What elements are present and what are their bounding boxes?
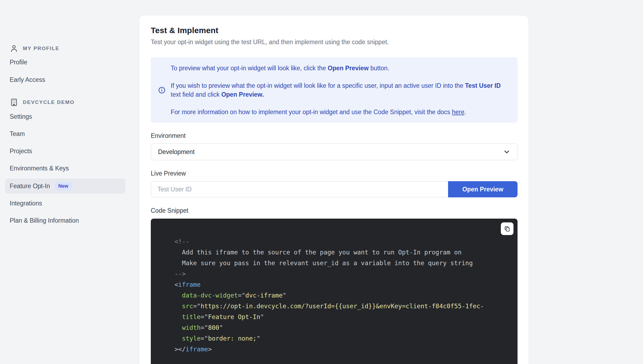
code-line: width="800" xyxy=(174,322,518,333)
code-line: --> xyxy=(174,268,518,279)
info-text-segment: Open Preview. xyxy=(221,91,264,98)
sidebar-section-my-profile: MY PROFILE xyxy=(5,43,125,54)
sidebar: MY PROFILE Profile Early Access DEVCYCLE… xyxy=(0,0,135,364)
info-text-segment: To preview what your opt-in widget will … xyxy=(171,65,328,72)
info-box: To preview what your opt-in widget will … xyxy=(151,57,518,122)
sidebar-item-profile[interactable]: Profile xyxy=(5,55,125,70)
copy-button[interactable] xyxy=(501,222,513,235)
sidebar-section-label: MY PROFILE xyxy=(23,46,60,51)
sidebar-item-integrations[interactable]: Integrations xyxy=(5,196,125,211)
test-user-id-input[interactable] xyxy=(151,181,448,197)
sidebar-item-plan-billing[interactable]: Plan & Billing Information xyxy=(5,213,125,228)
sidebar-item-feature-opt-in[interactable]: Feature Opt-In New xyxy=(5,178,125,194)
page-title: Test & Implement xyxy=(151,26,518,35)
info-text-segment: For more information on how to implement… xyxy=(171,108,452,116)
live-preview-row: Open Preview xyxy=(151,181,518,197)
sidebar-item-settings[interactable]: Settings xyxy=(5,109,125,124)
info-text-segment: . xyxy=(464,108,466,116)
building-icon xyxy=(10,98,18,107)
code-line: src="https://opt-in.devcycle.com/?userId… xyxy=(174,301,518,312)
code-line: title="Feature Opt-In" xyxy=(174,312,518,322)
code-line: ></iframe> xyxy=(174,344,518,355)
info-icon xyxy=(158,87,165,94)
environment-select[interactable]: Development xyxy=(151,144,518,160)
live-preview-label: Live Preview xyxy=(151,170,518,177)
info-text-segment: Open Preview xyxy=(328,65,369,72)
page: { "sidebar": { "header1": "MY PROFILE", … xyxy=(0,0,643,364)
copy-icon xyxy=(504,225,511,232)
code-snippet-label: Code Snippet xyxy=(151,207,518,214)
open-preview-button[interactable]: Open Preview xyxy=(448,181,518,197)
info-text-segment: If you wish to preview what the opt-in w… xyxy=(171,82,465,89)
sidebar-item-early-access[interactable]: Early Access xyxy=(5,72,125,87)
environment-select-value: Development xyxy=(158,148,195,156)
sidebar-section-label: DEVCYCLE DEMO xyxy=(23,99,75,105)
main-card: Test & Implement Test your opt-in widget… xyxy=(139,16,529,364)
user-icon xyxy=(10,44,18,53)
info-text-segment: text field and click xyxy=(171,91,221,98)
environment-label: Environment xyxy=(151,132,518,139)
info-text-segment: Test User ID xyxy=(465,82,501,89)
code-line: Make sure you pass in the relevant user_… xyxy=(174,258,518,268)
docs-here-link[interactable]: here xyxy=(452,108,464,116)
sidebar-item-environments-keys[interactable]: Environments & Keys xyxy=(5,161,125,176)
code-block: <!-- Add this iframe to the source of th… xyxy=(151,219,518,364)
chevron-down-icon xyxy=(503,148,511,156)
code-line: <iframe xyxy=(174,279,518,290)
sidebar-item-team[interactable]: Team xyxy=(5,126,125,141)
sidebar-section-devcycle-demo: DEVCYCLE DEMO xyxy=(5,96,125,108)
page-subtitle: Test your opt-in widget using the test U… xyxy=(151,38,518,46)
info-text-segment: button. xyxy=(369,65,389,72)
info-paragraphs: To preview what your opt-in widget will … xyxy=(171,64,508,117)
code-content: <!-- Add this iframe to the source of th… xyxy=(151,219,518,355)
code-line: Add this iframe to the source of the pag… xyxy=(174,247,518,258)
code-line: data-dvc-widget="dvc-iframe" xyxy=(174,290,518,301)
code-line: <!-- xyxy=(174,236,518,247)
new-badge: New xyxy=(55,181,72,191)
sidebar-item-projects[interactable]: Projects xyxy=(5,144,125,159)
code-line: style="border: none;" xyxy=(174,333,518,344)
